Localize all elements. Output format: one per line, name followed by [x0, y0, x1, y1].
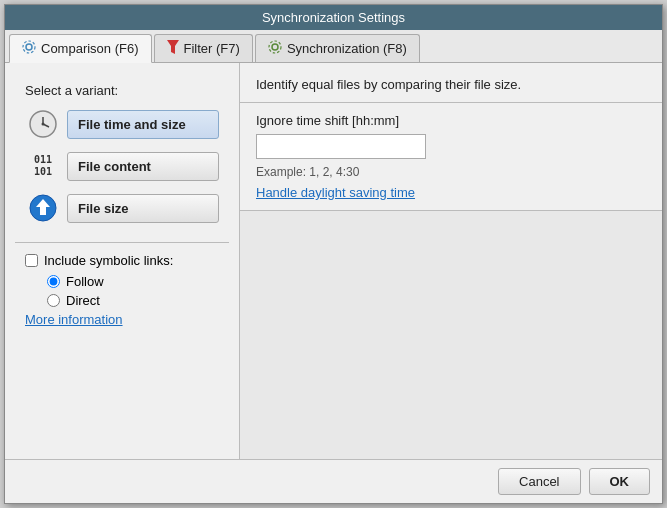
- more-info-link[interactable]: More information: [25, 312, 123, 327]
- variant-file-content[interactable]: 011101 File content: [25, 148, 219, 184]
- right-panel: Identify equal files by comparing their …: [240, 63, 662, 459]
- variant-section: Select a variant: File time and size: [15, 73, 229, 242]
- dialog-window: Synchronization Settings Comparison (F6)…: [4, 4, 663, 504]
- right-middle-area: Ignore time shift [hh:mm] Example: 1, 2,…: [240, 102, 662, 210]
- radio-direct-row: Direct: [47, 293, 219, 308]
- variant-file-time-size[interactable]: File time and size: [25, 106, 219, 142]
- clock-icon: [28, 109, 58, 139]
- svg-point-4: [269, 41, 281, 53]
- content-area: Select a variant: File time and size: [5, 63, 662, 459]
- footer: Cancel OK: [5, 459, 662, 503]
- example-text: Example: 1, 2, 4:30: [256, 165, 646, 179]
- left-sections: Select a variant: File time and size: [15, 73, 229, 449]
- symbolic-section: Include symbolic links: Follow Direct Mo…: [15, 242, 229, 449]
- radio-group: Follow Direct: [47, 274, 219, 308]
- svg-point-3: [272, 44, 278, 50]
- comparison-icon: [22, 40, 36, 57]
- left-panel: Select a variant: File time and size: [5, 63, 240, 459]
- binary-icon-wrapper: 011101: [25, 148, 61, 184]
- tab-comparison-label: Comparison (F6): [41, 41, 139, 56]
- btn-file-size[interactable]: File size: [67, 194, 219, 223]
- radio-direct-label: Direct: [66, 293, 100, 308]
- radio-follow-label: Follow: [66, 274, 104, 289]
- tab-bar: Comparison (F6) Filter (F7) Synchronizat…: [5, 30, 662, 63]
- tab-filter-label: Filter (F7): [184, 41, 240, 56]
- variant-file-size[interactable]: File size: [25, 190, 219, 226]
- symbolic-links-row: Include symbolic links:: [25, 253, 219, 268]
- tab-filter[interactable]: Filter (F7): [154, 34, 253, 62]
- tab-synchronization-label: Synchronization (F8): [287, 41, 407, 56]
- right-description-area: Identify equal files by comparing their …: [240, 63, 662, 102]
- radio-direct[interactable]: [47, 294, 60, 307]
- cancel-button[interactable]: Cancel: [498, 468, 580, 495]
- sync-icon: [268, 40, 282, 57]
- ignore-time-shift-input[interactable]: [256, 134, 426, 159]
- radio-follow[interactable]: [47, 275, 60, 288]
- right-bottom-area: [240, 210, 662, 459]
- ignore-time-shift-label: Ignore time shift [hh:mm]: [256, 113, 646, 128]
- symbolic-links-checkbox[interactable]: [25, 254, 38, 267]
- symbolic-links-label: Include symbolic links:: [44, 253, 173, 268]
- upload-icon-wrapper: [25, 190, 61, 226]
- tab-comparison[interactable]: Comparison (F6): [9, 34, 152, 63]
- svg-marker-2: [167, 40, 179, 54]
- window-title: Synchronization Settings: [262, 10, 405, 25]
- radio-follow-row: Follow: [47, 274, 219, 289]
- select-variant-label: Select a variant:: [25, 83, 219, 98]
- svg-point-8: [42, 123, 45, 126]
- btn-file-content[interactable]: File content: [67, 152, 219, 181]
- ok-button[interactable]: OK: [589, 468, 651, 495]
- svg-point-0: [26, 44, 32, 50]
- upload-icon: [28, 193, 58, 223]
- binary-icon: 011101: [34, 154, 52, 178]
- title-bar: Synchronization Settings: [5, 5, 662, 30]
- clock-icon-wrapper: [25, 106, 61, 142]
- description-text: Identify equal files by comparing their …: [256, 77, 521, 92]
- svg-point-1: [23, 41, 35, 53]
- btn-file-time-size[interactable]: File time and size: [67, 110, 219, 139]
- tab-synchronization[interactable]: Synchronization (F8): [255, 34, 420, 62]
- daylight-saving-link[interactable]: Handle daylight saving time: [256, 185, 415, 200]
- filter-icon: [167, 40, 179, 57]
